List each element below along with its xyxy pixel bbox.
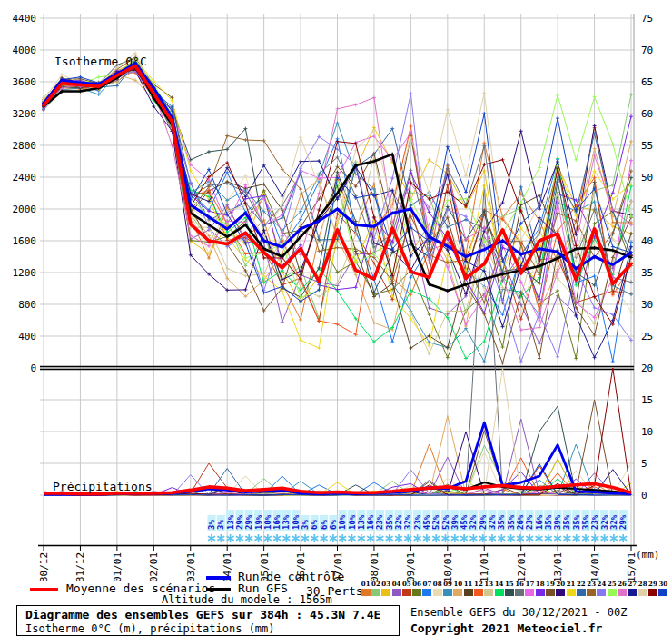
snowflake-icon	[573, 534, 580, 542]
svg-text:0: 0	[641, 490, 647, 502]
snowflake-icon	[554, 534, 561, 542]
snowflake-icon	[469, 534, 477, 542]
snowflake-icon	[508, 534, 515, 542]
svg-text:3200: 3200	[13, 108, 37, 120]
member-color-swatch	[577, 589, 586, 596]
svg-text:10: 10	[641, 426, 653, 438]
svg-text:3%: 3%	[207, 520, 216, 530]
snowflake-icon	[208, 534, 215, 542]
snowflake-icon	[282, 534, 290, 542]
snowflake-icon	[563, 534, 570, 542]
title-box: Diagramme des ensembles GEFS sur 384h : …	[16, 605, 400, 636]
svg-text:2000: 2000	[13, 204, 37, 215]
member-30: 30	[658, 581, 668, 596]
run-info: Ensemble GEFS du 30/12/2021 - 00Z	[410, 606, 627, 619]
member-color-swatch	[402, 589, 411, 596]
snowflake-icon	[245, 534, 252, 542]
member-19: 19	[545, 581, 555, 596]
member-number: 04	[391, 581, 401, 588]
snowflake-icon	[321, 534, 328, 542]
member-29: 29	[647, 581, 657, 596]
legend-gfs-swatch	[206, 588, 231, 591]
member-number: 20	[556, 581, 566, 588]
ensemble-member-strip: 0102030405060708091011121314151617181920…	[361, 581, 669, 598]
snowflake-icon	[386, 534, 393, 542]
member-color-swatch	[587, 589, 596, 596]
snowflake-icon	[498, 534, 505, 542]
member-number: 19	[545, 581, 555, 588]
svg-text:29%: 29%	[618, 514, 628, 530]
svg-text:75: 75	[641, 13, 653, 25]
svg-text:4400: 4400	[13, 13, 37, 25]
svg-text:3%: 3%	[301, 520, 310, 530]
member-18: 18	[535, 581, 545, 596]
svg-text:13%: 13%	[226, 514, 235, 530]
member-13: 13	[484, 581, 494, 596]
svg-text:25: 25	[641, 331, 653, 343]
svg-text:09/01: 09/01	[405, 552, 417, 581]
svg-text:1200: 1200	[13, 267, 37, 279]
member-color-swatch	[658, 589, 667, 596]
member-color-swatch	[422, 589, 431, 596]
svg-text:32%: 32%	[469, 514, 478, 530]
member-color-swatch	[525, 589, 534, 596]
svg-text:13/01: 13/01	[552, 552, 564, 581]
svg-text:35%: 35%	[497, 514, 506, 530]
member-number: 10	[453, 581, 463, 588]
svg-text:3600: 3600	[13, 76, 37, 88]
member-color-swatch	[371, 589, 380, 596]
member-04: 04	[391, 581, 401, 596]
member-color-swatch	[515, 589, 524, 596]
member-number: 08	[432, 581, 442, 588]
svg-text:6%: 6%	[310, 520, 319, 530]
svg-text:35%: 35%	[562, 514, 571, 530]
snowflake-icon	[414, 534, 421, 542]
snowflake-icon	[349, 534, 356, 542]
member-color-swatch	[392, 589, 401, 596]
snowflake-icon	[423, 534, 430, 542]
member-number: 26	[617, 581, 627, 588]
svg-text:11/01: 11/01	[479, 552, 490, 581]
member-26: 26	[617, 581, 627, 596]
snowflake-icon	[545, 534, 552, 542]
diagram-subtitle: Isotherme 0°C (m), précipitations (mm)	[25, 622, 399, 635]
svg-text:30: 30	[641, 299, 653, 311]
snowflake-icon	[217, 534, 224, 542]
member-number: 25	[607, 581, 617, 588]
member-color-swatch	[495, 589, 504, 596]
member-color-swatch	[474, 589, 483, 596]
member-01: 01	[361, 581, 371, 596]
svg-text:19%: 19%	[254, 514, 263, 530]
svg-text:23%: 23%	[590, 514, 599, 530]
member-11: 11	[463, 581, 473, 596]
svg-text:1600: 1600	[13, 235, 37, 247]
snowflake-icon	[236, 534, 243, 542]
snowflake-icon	[358, 534, 365, 542]
svg-text:45: 45	[641, 204, 653, 215]
snowflake-icon	[460, 534, 468, 542]
member-number: 11	[463, 581, 473, 588]
svg-text:35%: 35%	[385, 514, 394, 530]
svg-text:23%: 23%	[525, 514, 534, 530]
member-number: 24	[597, 581, 607, 588]
snowflake-icon	[339, 534, 346, 542]
svg-text:13%: 13%	[282, 514, 291, 530]
altitude-label: Altitude du modele : 1565m	[162, 593, 332, 606]
member-number: 22	[576, 581, 586, 588]
svg-text:08/01: 08/01	[369, 552, 380, 581]
member-color-swatch	[567, 589, 576, 596]
member-number: 18	[535, 581, 545, 588]
member-24: 24	[597, 581, 607, 596]
snowflake-icon	[301, 534, 309, 542]
isotherm-annotation: Isotherme 0°C	[54, 55, 147, 68]
member-number: 05	[401, 581, 411, 588]
snowflake-icon	[489, 534, 496, 542]
svg-text:26%: 26%	[516, 514, 525, 530]
member-number: 27	[628, 581, 637, 588]
member-25: 25	[607, 581, 617, 596]
snowflake-icon	[273, 534, 281, 542]
svg-text:32%: 32%	[609, 514, 618, 530]
svg-text:(mm): (mm)	[636, 549, 660, 561]
svg-text:10/01: 10/01	[442, 552, 454, 581]
svg-text:32%: 32%	[488, 514, 497, 530]
